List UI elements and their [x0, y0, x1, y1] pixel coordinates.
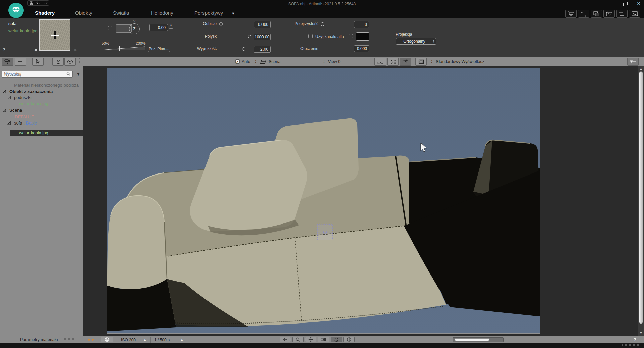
scene-selector[interactable]: Scena [269, 59, 280, 64]
tree-item-scena[interactable]: Scena [9, 108, 22, 113]
fit-view-button[interactable] [374, 58, 386, 66]
resize-grip[interactable] [622, 344, 639, 347]
rotation-value-field[interactable]: 0.00 [149, 24, 168, 31]
duplicate-button[interactable] [591, 10, 602, 18]
tree-item-texture-selected[interactable]: welur kopia.jpg [10, 130, 83, 136]
pan-tool-button[interactable] [305, 337, 316, 342]
toolbar-grip[interactable] [79, 58, 82, 65]
shutter-up-icon[interactable]: ▲ [180, 338, 183, 341]
footer-grip[interactable] [62, 338, 76, 342]
position-button[interactable]: Poz. Pion.... [148, 46, 170, 52]
projection-value: Ortogonalny [396, 39, 433, 44]
help-button[interactable]: ? [634, 337, 636, 342]
tree-item-default[interactable]: DEFAULT [15, 114, 34, 119]
tree-toggle-icon[interactable] [7, 121, 11, 125]
alpha-channel-checkbox[interactable] [308, 34, 313, 38]
move-axes-button[interactable] [578, 10, 589, 18]
view-selector[interactable]: View 0 [328, 59, 340, 64]
filter-dropdown-icon[interactable]: ▼ [76, 72, 80, 77]
tree-item-sofa[interactable]: sofa : Basic [14, 120, 37, 126]
transparency-label: Przejrzystość [278, 21, 318, 26]
exposure-slider-thumb[interactable] [455, 338, 489, 341]
reflection-value-field[interactable]: 0.000 [254, 21, 271, 28]
chevron-down-icon[interactable]: ▼ [231, 11, 235, 15]
title-bar: SOFA.obj - Artlantis 2021 9.5.2.25648 ─ … [0, 0, 644, 9]
auto-checkbox[interactable]: ✓ [235, 59, 240, 64]
reflection-slider[interactable] [219, 22, 251, 26]
help-button[interactable]: ? [3, 47, 5, 52]
expand-view-button[interactable] [387, 58, 399, 66]
visibility-button[interactable] [64, 58, 76, 66]
tab-shadery[interactable]: Shadery [35, 9, 55, 18]
texture-thumbnail[interactable] [39, 19, 70, 51]
iso-up-icon[interactable]: ▲ [143, 338, 147, 341]
sofa-render [107, 68, 540, 333]
display-selector[interactable]: Standardowy Wyświetlacz [436, 59, 484, 64]
display-spinner-icon[interactable]: ▲▼ [431, 60, 433, 63]
bump-value-field[interactable]: 2.00 [254, 46, 271, 53]
maximize-button[interactable] [620, 1, 630, 7]
tree-item-poduszki[interactable]: poduszki [14, 95, 31, 100]
crop-frame-button[interactable] [616, 10, 628, 18]
rotation-dial[interactable]: Z [129, 23, 140, 34]
artlantis-logo[interactable] [8, 3, 24, 18]
shutter-value[interactable]: 1 / 500 s [154, 338, 170, 342]
minimize-button[interactable]: ─ [605, 1, 616, 7]
ambient-value-field[interactable]: 0.000 [354, 45, 369, 52]
dial-pointer-icon: ▽ [132, 19, 137, 23]
alpha-color-checkbox[interactable] [349, 34, 353, 38]
scroll-up-icon[interactable]: ▲ [638, 67, 644, 70]
vertical-scrollbar[interactable]: ▲ ▼ [638, 66, 644, 336]
camera-render-button[interactable] [603, 10, 615, 18]
next-texture-icon[interactable]: ▶ [74, 48, 77, 52]
display-mode-button[interactable] [415, 58, 427, 66]
shininess-slider[interactable] [219, 35, 251, 39]
transparency-slider[interactable] [321, 22, 352, 26]
select-cursor-button[interactable] [32, 58, 44, 66]
tree-toggle-icon[interactable] [2, 108, 6, 112]
scale-wedge-slider[interactable] [102, 46, 146, 51]
mapping-checkbox[interactable] [108, 26, 112, 30]
camera-projection-button[interactable] [318, 337, 329, 342]
tree-toggle-icon[interactable] [2, 90, 6, 94]
cart-button[interactable] [565, 10, 577, 18]
bump-slider[interactable] [219, 47, 251, 51]
tab-perspektywy[interactable]: Perspektywy [194, 9, 223, 18]
tree-item-sofa-type: Basic [26, 120, 37, 126]
alpha-color-swatch[interactable] [356, 32, 369, 41]
rotation-axis-label: Z [133, 27, 135, 31]
iso-value[interactable]: ISO 200 [121, 338, 136, 342]
render-viewport[interactable] [107, 68, 540, 333]
apply-material-button[interactable]: + [2, 58, 13, 66]
object-mode-button[interactable] [52, 58, 64, 66]
transparency-value-field[interactable]: 0 [354, 21, 369, 28]
exposure-slider[interactable] [453, 337, 504, 342]
shininess-value-field[interactable]: 1000.00 [254, 34, 271, 40]
texture-name[interactable]: welur kopia.jpg [8, 28, 38, 33]
aperture-button[interactable] [101, 337, 113, 342]
scale-slider-thumb [119, 46, 120, 51]
console-button[interactable] [629, 10, 640, 18]
remove-button[interactable] [15, 58, 26, 66]
laser-tool-button[interactable] [627, 58, 639, 66]
scroll-down-icon[interactable]: ▼ [638, 331, 644, 335]
search-input[interactable] [2, 71, 73, 78]
tab-obiekty[interactable]: Obiekty [75, 9, 92, 18]
tab-heliodony[interactable]: Heliodony [151, 9, 173, 18]
projection-dropdown[interactable]: Ortogonalny ▲▼ [396, 38, 436, 45]
back-view-button[interactable] [280, 337, 291, 342]
scrollbar-thumb[interactable] [639, 71, 643, 324]
tree-item-selection-object[interactable]: Obiekt z zaznaczenia [9, 89, 53, 94]
zoom-tool-button[interactable] [292, 337, 304, 342]
prev-texture-icon[interactable]: ◀ [34, 48, 37, 52]
view-spinner-icon[interactable]: ▲▼ [323, 60, 325, 63]
tree-item-infinite-ground[interactable]: Materiał nieskończonego podłoża [14, 83, 79, 88]
refresh-render-button[interactable] [331, 337, 342, 342]
scene-spinner-icon[interactable]: ▲▼ [255, 60, 257, 63]
close-button[interactable]: × [634, 1, 644, 7]
tree-toggle-icon[interactable] [7, 96, 11, 100]
tree-item-texture[interactable]: welur kopia.jpg [19, 101, 48, 106]
resize-view-button[interactable] [400, 58, 411, 66]
info-button[interactable] [343, 337, 355, 342]
tab-swiatla[interactable]: Światła [113, 9, 129, 18]
